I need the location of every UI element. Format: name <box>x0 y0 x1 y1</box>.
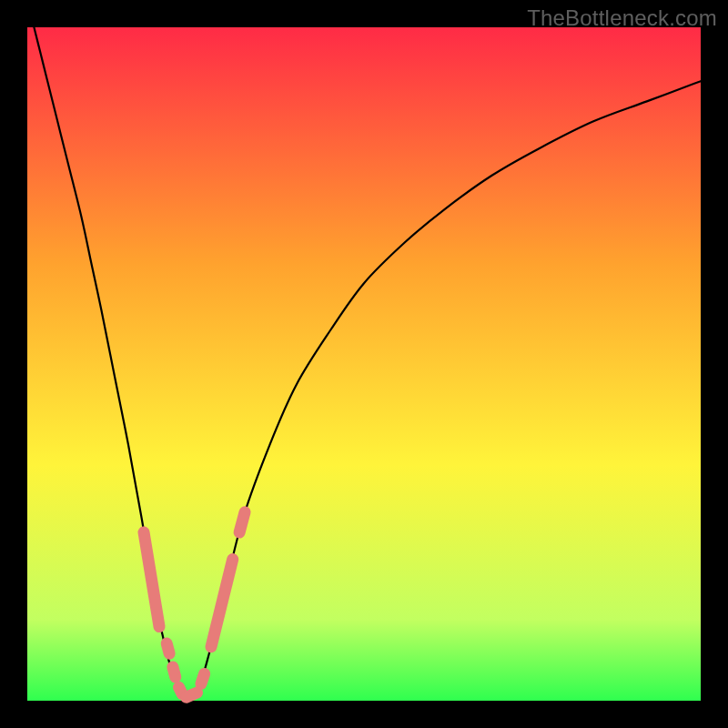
plot-area <box>27 27 701 701</box>
marker-segment <box>179 687 183 693</box>
chart-frame: TheBottleneck.com <box>0 0 728 728</box>
chart-svg <box>27 27 701 701</box>
marker-segment <box>173 667 176 677</box>
bottleneck-curve <box>34 27 701 701</box>
marker-segment <box>144 532 159 627</box>
curve-markers <box>144 512 245 698</box>
marker-segment <box>167 643 169 653</box>
marker-segment <box>239 512 245 532</box>
marker-segment <box>187 693 197 697</box>
marker-segment <box>211 560 233 647</box>
watermark-text: TheBottleneck.com <box>527 5 717 31</box>
marker-segment <box>201 673 205 683</box>
